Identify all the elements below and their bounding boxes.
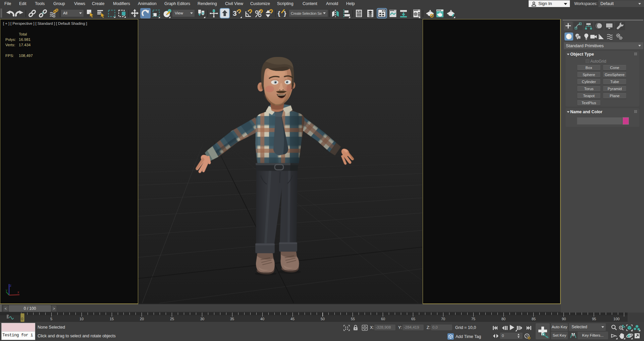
svg-text:x: x	[17, 290, 19, 294]
svg-text:y: y	[6, 288, 7, 292]
svg-text:z: z	[10, 284, 11, 287]
